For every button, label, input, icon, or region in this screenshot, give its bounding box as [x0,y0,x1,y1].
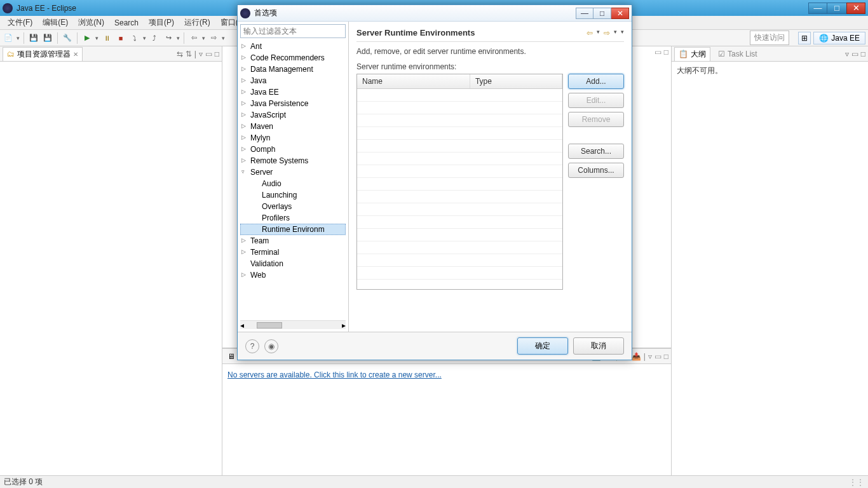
tree-node-ant[interactable]: ▷Ant [240,41,346,52]
tree-node-profilers[interactable]: Profilers [240,212,346,224]
servers-tab-icon[interactable]: 🖥 [225,351,238,362]
tree-node-team[interactable]: ▷Team [240,235,346,247]
tree-node-oomph[interactable]: ▷Oomph [240,144,346,155]
columns-button[interactable]: Columns... [568,163,624,178]
menu-edit[interactable]: 编辑(E) [37,16,73,29]
debug-toolbar-icon[interactable]: 🔧 [62,32,73,44]
maximize-button[interactable]: □ [827,3,846,14]
nav-back-icon[interactable]: ⇦ [188,32,200,44]
tree-node-data-management[interactable]: ▷Data Management [240,64,346,75]
table-row [357,152,562,165]
bp-publish-icon[interactable]: 📤 [632,352,641,361]
minimize-view-icon[interactable]: ▭ [205,50,212,58]
dialog-maximize-button[interactable]: □ [593,8,611,19]
editor-min-icon[interactable]: ▭ [654,48,661,57]
save-icon[interactable]: 💾 [28,32,39,44]
tree-node-audio[interactable]: Audio [240,178,346,189]
help-button[interactable]: ? [245,339,259,353]
tree-node-web[interactable]: ▷Web [240,269,346,281]
dialog-title: 首选项 [254,8,277,18]
ok-button[interactable]: 确定 [517,337,568,355]
search-button[interactable]: Search... [568,144,624,159]
table-row [357,267,562,280]
page-heading: Server Runtime Environments [356,28,475,37]
quick-access-field[interactable]: 快速访问 [750,30,789,45]
nav-forward-icon[interactable]: ⇨ [604,29,610,37]
tasklist-label: Task List [728,50,757,58]
project-explorer-body [0,62,222,475]
tree-node-java-persistence[interactable]: ▷Java Persistence [240,98,346,109]
tree-node-maven[interactable]: ▷Maven [240,121,346,132]
col-name[interactable]: Name [357,74,470,89]
runtime-table[interactable]: Name Type [356,74,563,290]
dialog-close-button[interactable]: ✕ [611,8,629,19]
table-row [357,241,562,254]
project-explorer-tab[interactable]: 🗂 项目资源管理器 ✕ [3,47,83,61]
close-button[interactable]: ✕ [846,3,865,14]
editor-max-icon[interactable]: □ [664,48,668,57]
stop-icon[interactable]: ■ [115,32,126,44]
tree-horizontal-scrollbar[interactable]: ◂▸ [240,320,346,329]
cancel-button[interactable]: 取消 [573,337,624,355]
menu-file[interactable]: 文件(F) [3,16,37,29]
preferences-tree-panel: ▷Ant ▷Code Recommenders ▷Data Management… [238,22,349,332]
menu-navigate[interactable]: 浏览(N) [73,16,109,29]
outline-view: 📋 大纲 ☑ Task List ▿ ▭ □ 大纲不可用。 [671,46,868,475]
step-return-icon[interactable]: ↪ [163,32,174,44]
tasklist-tab[interactable]: ☑ Task List [714,48,761,60]
run-icon[interactable]: ▶ [81,32,93,44]
nav-fwd-icon[interactable]: ⇨ [208,32,219,44]
bp-max-icon[interactable]: □ [664,352,668,361]
tree-node-terminal[interactable]: ▷Terminal [240,247,346,258]
tree-node-mylyn[interactable]: ▷Mylyn [240,132,346,144]
new-icon[interactable]: 📄 [3,32,14,44]
menu-project[interactable]: 项目(P) [144,16,179,29]
tree-node-overlays[interactable]: Overlays [240,201,346,212]
resize-grip-icon[interactable]: ⋮⋮ [849,478,864,487]
perspective-label: Java EE [831,34,860,43]
dialog-titlebar[interactable]: 首选项 — □ ✕ [238,5,632,22]
preferences-tree[interactable]: ▷Ant ▷Code Recommenders ▷Data Management… [240,41,346,320]
maximize-view-icon[interactable]: □ [215,50,219,58]
import-export-button[interactable]: ◉ [264,339,278,353]
open-perspective-button[interactable]: ⊞ [798,32,811,44]
tree-node-javaee[interactable]: ▷Java EE [240,86,346,98]
tree-node-server[interactable]: ▿Server [240,166,346,178]
pause-icon[interactable]: ⏸ [101,32,112,44]
nav-back-icon[interactable]: ⇦ [587,29,593,37]
col-type[interactable]: Type [470,74,562,89]
outline-menu-icon[interactable]: ▿ [845,50,849,58]
menu-search[interactable]: Search [109,17,144,29]
save-all-icon[interactable]: 💾 [42,32,53,44]
tree-node-javascript[interactable]: ▷JavaScript [240,109,346,121]
tree-node-java[interactable]: ▷Java [240,75,346,86]
create-server-link[interactable]: No servers are available. Click this lin… [227,370,442,379]
outline-max-icon[interactable]: □ [861,50,865,58]
edit-button: Edit... [568,93,624,108]
filter-input[interactable] [240,24,346,38]
eclipse-icon [240,8,250,18]
collapse-all-icon[interactable]: ⇆ [177,50,183,58]
nav-menu-icon[interactable]: ▾ [621,29,624,37]
statusbar: 已选择 0 项 ⋮⋮ [0,475,868,488]
tree-node-launching[interactable]: Launching [240,189,346,201]
table-row [357,216,562,229]
close-tab-icon[interactable]: ✕ [73,51,78,58]
tree-node-validation[interactable]: Validation [240,258,346,269]
step-icon[interactable]: ⤵ [129,32,140,44]
tree-node-runtime-environments[interactable]: Runtime Environm [240,224,346,235]
bp-menu-icon[interactable]: ▿ [648,352,652,361]
link-editor-icon[interactable]: ⇅ [186,50,192,58]
step-over-icon[interactable]: ⤴ [149,32,160,44]
view-menu-icon[interactable]: ▿ [199,50,203,58]
tree-node-remote-systems[interactable]: ▷Remote Systems [240,155,346,166]
minimize-button[interactable]: — [808,3,827,14]
tree-node-code-recommenders[interactable]: ▷Code Recommenders [240,52,346,64]
bp-min-icon[interactable]: ▭ [654,352,661,361]
outline-min-icon[interactable]: ▭ [851,50,858,58]
dialog-minimize-button[interactable]: — [576,8,593,19]
outline-tab[interactable]: 📋 大纲 [674,47,710,61]
javaee-perspective-button[interactable]: 🌐 Java EE [813,32,865,44]
add-button[interactable]: Add... [568,74,624,89]
menu-run[interactable]: 运行(R) [179,16,215,29]
